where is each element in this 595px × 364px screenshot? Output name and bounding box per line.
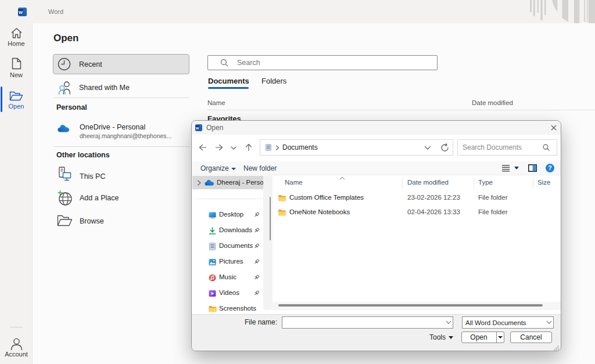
- svg-text:?: ?: [548, 164, 551, 171]
- svg-text:W: W: [19, 10, 23, 15]
- svg-text:W: W: [196, 127, 199, 130]
